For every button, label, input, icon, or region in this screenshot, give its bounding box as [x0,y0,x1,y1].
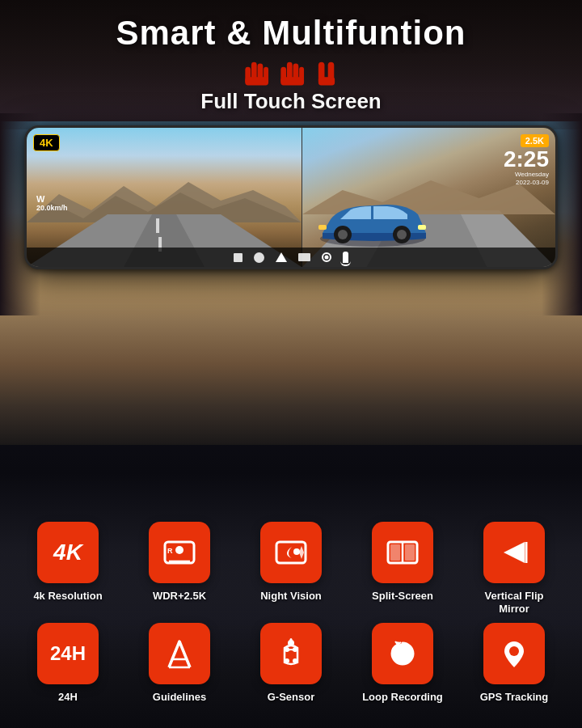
svg-point-33 [293,548,300,555]
svg-rect-28 [318,225,327,230]
4k-text: 4K [53,540,82,565]
mirror-toolbar[interactable] [27,248,555,267]
split-icon [386,535,420,569]
night-icon [274,535,308,569]
toolbar-photo[interactable] [254,252,264,263]
svg-rect-9 [280,78,304,86]
svg-marker-34 [299,546,304,559]
svg-rect-27 [418,225,426,230]
mirror-device: 4K W 20.0km/h [24,125,558,269]
svg-point-49 [509,646,519,656]
icon-box-night [260,522,322,583]
wdr-icon: R [162,535,196,569]
toolbar-warning[interactable] [276,252,287,262]
label-24h: 24H [58,691,78,704]
svg-point-30 [175,546,183,554]
feature-gsensor: G-Sensor [247,623,335,704]
time-display: 2:25 Wednesday 2022-03-09 [504,148,549,186]
gsensor-icon [274,637,308,671]
svg-rect-37 [390,544,400,561]
touch-icon-2 [276,57,306,87]
features-section: 4K 4k Resolution R WDR+2.5K [0,522,582,712]
svg-rect-17 [156,218,159,233]
svg-point-26 [397,230,407,239]
label-loop: Loop Recording [362,691,443,704]
direction-label: W [36,194,68,204]
toolbar-record[interactable] [298,253,310,261]
touch-icon-3 [312,57,341,87]
svg-point-43 [285,658,289,663]
gps-icon [497,637,531,671]
label-gps: GPS Tracking [480,691,549,704]
icon-box-flip [483,522,545,583]
label-4k: 4k Resolution [33,590,102,603]
svg-point-46 [293,647,297,652]
icon-box-wdr: R [149,522,210,583]
subtitle: Full Touch Screen [0,89,582,114]
speed-display: W 20.0km/h [36,194,68,212]
svg-point-45 [285,647,289,652]
icon-box-loop [372,623,433,684]
24h-text: 24H [50,642,86,665]
toolbar-settings[interactable] [322,252,331,262]
camera-rear: 2.5K 2:25 Wednesday 2022-03-09 [302,128,555,267]
svg-rect-12 [318,78,335,86]
label-guidelines: Guidelines [153,691,206,704]
label-split: Split-Screen [372,590,433,603]
loop-icon [386,637,420,671]
svg-rect-48 [290,638,293,642]
feature-night-vision: Night Vision [247,522,335,603]
label-gsensor: G-Sensor [268,691,315,704]
icon-box-gps [483,623,545,684]
icon-box-24h: 24H [37,623,99,684]
header: Smart & Multifuntion Full Touch Screen [0,0,582,114]
speed-value: 20.0km/h [36,204,68,212]
label-wdr: WDR+2.5K [153,590,206,603]
svg-rect-4 [245,78,268,86]
label-night: Night Vision [260,590,322,603]
svg-rect-38 [405,544,415,561]
svg-point-24 [338,230,348,239]
main-title: Smart & Multifuntion [0,15,582,52]
feature-gps: GPS Tracking [470,623,558,704]
features-row-1: 4K 4k Resolution R WDR+2.5K [24,522,558,615]
svg-text:R: R [167,547,173,555]
feature-flip-mirror: Vertical Flip Mirror [470,522,558,615]
icon-box-gsensor [260,623,322,684]
mirror-screen: 4K W 20.0km/h [24,125,558,269]
icon-box-split [372,522,433,583]
car-svg [314,197,432,249]
feature-guidelines: Guidelines [136,623,223,704]
feature-24h: 24H 24H [24,623,112,704]
icon-box-4k: 4K [37,522,99,583]
date-value: 2022-03-09 [504,179,549,186]
camera-front: 4K W 20.0km/h [27,128,302,267]
time-value: 2:25 [504,148,549,171]
touch-icons-row [0,57,582,87]
day-value: Wednesday [504,171,549,179]
svg-marker-39 [504,542,525,563]
feature-4k-resolution: 4K 4k Resolution [24,522,112,603]
features-row-2: 24H 24H Guidelines [24,623,558,704]
feature-loop-recording: Loop Recording [359,623,446,704]
badge-25k: 2.5K [521,134,549,147]
feature-split-screen: Split-Screen [359,522,446,603]
label-flip: Vertical Flip Mirror [470,590,558,615]
guidelines-icon [162,637,196,671]
toolbar-mic[interactable] [343,252,348,263]
badge-4k: 4K [33,134,60,151]
svg-point-44 [293,658,297,663]
icon-box-guidelines [149,623,210,684]
touch-icon-1 [241,57,270,87]
feature-wdr: R WDR+2.5K [136,522,223,603]
flip-icon [497,535,531,569]
toolbar-stop[interactable] [234,253,242,262]
